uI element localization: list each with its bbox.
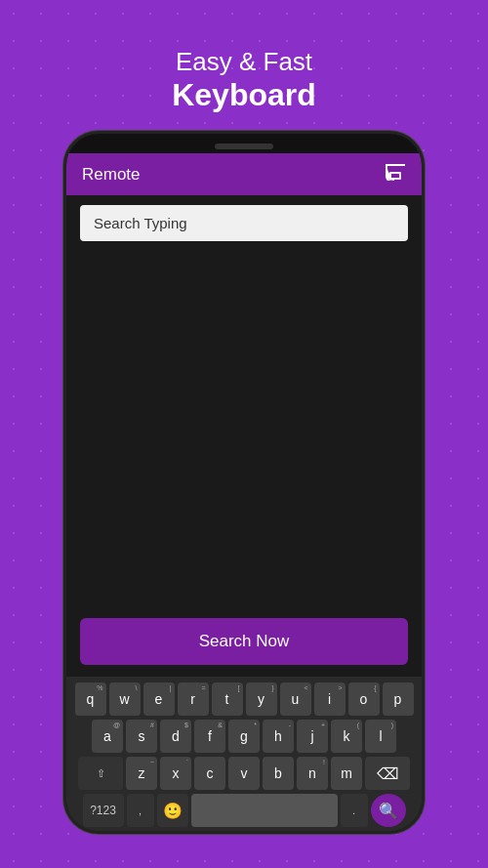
key-z[interactable]: ~z [126,757,157,790]
key-search[interactable]: 🔍 [371,794,406,827]
key-i[interactable]: >i [314,682,346,716]
app-title: Remote [82,165,141,185]
key-shift[interactable]: ⇧ [78,757,123,790]
svg-rect-1 [391,174,399,178]
key-j[interactable]: +j [297,720,328,753]
key-period[interactable]: . [341,794,368,827]
phone-frame: Remote Search Now %q \w |e =r [t }y <u >… [63,131,425,834]
key-y[interactable]: }y [246,682,277,716]
key-t[interactable]: [t [212,682,243,716]
key-numbers[interactable]: ?123 [83,794,124,827]
search-input[interactable] [80,205,408,241]
keyboard-bottom-row: ?123 , 🙂 . 🔍 [68,794,420,827]
key-p[interactable]: p [383,682,414,716]
keyboard-row-1: %q \w |e =r [t }y <u >i {o p [68,682,420,716]
header-line1: Easy & Fast [172,47,316,77]
key-comma[interactable]: , [127,794,154,827]
main-content: Search Now [66,251,422,677]
key-v[interactable]: v [228,757,260,790]
key-d[interactable]: $d [160,720,191,753]
key-a[interactable]: @a [92,720,123,753]
key-r[interactable]: =r [178,682,209,716]
key-h[interactable]: -h [263,720,294,753]
search-now-button[interactable]: Search Now [80,618,408,665]
key-x[interactable]: `x [160,757,191,790]
key-o[interactable]: {o [348,682,380,716]
cast-icon[interactable] [385,163,406,186]
keyboard-row-3: ⇧ ~z `x c v b !n m ⌫ [68,757,420,790]
keyboard: %q \w |e =r [t }y <u >i {o p @a #s $d &f… [66,677,422,831]
key-space[interactable] [191,794,338,827]
key-s[interactable]: #s [126,720,157,753]
key-u[interactable]: <u [280,682,311,716]
key-w[interactable]: \w [109,682,141,716]
key-n[interactable]: !n [297,757,328,790]
key-m[interactable]: m [331,757,362,790]
key-backspace[interactable]: ⌫ [365,757,410,790]
key-l[interactable]: )l [365,720,396,753]
key-emoji[interactable]: 🙂 [157,794,188,827]
key-e[interactable]: |e [143,682,175,716]
header-line2: Keyboard [172,77,316,113]
search-area [66,195,422,251]
header: Easy & Fast Keyboard [172,47,316,113]
key-g[interactable]: *g [228,720,260,753]
key-q[interactable]: %q [75,682,106,716]
key-f[interactable]: &f [194,720,225,753]
phone-speaker [215,144,273,149]
phone-top-bar [66,134,422,153]
keyboard-row-2: @a #s $d &f *g -h +j (k )l [68,720,420,753]
key-c[interactable]: c [194,757,225,790]
key-k[interactable]: (k [331,720,362,753]
key-b[interactable]: b [263,757,294,790]
app-bar: Remote [66,153,422,195]
